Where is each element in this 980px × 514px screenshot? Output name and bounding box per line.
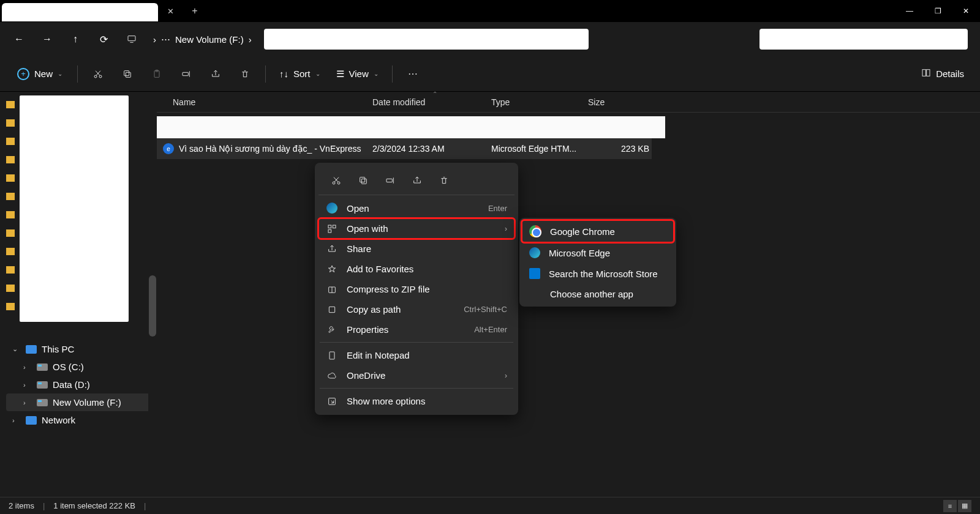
ctx-open-with[interactable]: Open with ›: [318, 218, 514, 239]
file-row-selected[interactable]: e Vì sao Hà Nội sương mù dày đặc_ - VnEx…: [157, 138, 652, 159]
ctx-copy-button[interactable]: [352, 170, 375, 191]
folder-icon: [6, 266, 15, 274]
sub-edge[interactable]: Microsoft Edge: [522, 242, 674, 263]
view-grid-button[interactable]: ▦: [958, 500, 971, 512]
drive-icon: [37, 381, 48, 389]
pc-icon: [26, 345, 37, 354]
folder-preview: [20, 95, 129, 322]
col-name[interactable]: Name: [157, 97, 372, 107]
tree-this-pc[interactable]: ⌄ This PC: [6, 340, 151, 358]
col-type[interactable]: Type: [491, 97, 588, 107]
ctx-label: Properties: [347, 324, 388, 335]
tree-drive-d[interactable]: › Data (D:): [6, 376, 151, 393]
share-button[interactable]: [203, 62, 228, 86]
ctx-label: Open: [347, 203, 369, 214]
svg-rect-24: [328, 229, 331, 233]
chevron-right-icon: ›: [249, 34, 252, 45]
ctx-rename-button[interactable]: [379, 170, 402, 191]
svg-point-3: [99, 75, 102, 78]
tree-drive-f[interactable]: › New Volume (F:): [6, 393, 151, 411]
svg-rect-22: [328, 225, 331, 228]
scrollbar-thumb[interactable]: [149, 275, 156, 337]
zip-icon: [326, 285, 338, 294]
back-button[interactable]: ←: [6, 27, 32, 51]
sub-store[interactable]: Search the Microsoft Store: [522, 263, 674, 284]
file-row-redacted[interactable]: [157, 116, 665, 138]
view-button[interactable]: ☰ View ⌄: [330, 65, 385, 83]
maximize-button[interactable]: ❐: [924, 0, 952, 22]
ctx-notepad[interactable]: Edit in Notepad: [318, 345, 514, 365]
scrollbar[interactable]: [148, 92, 157, 497]
more-icon[interactable]: ⋯: [161, 34, 170, 45]
cut-button[interactable]: [85, 62, 111, 86]
window-tab[interactable]: [2, 3, 158, 21]
ctx-open[interactable]: Open Enter: [318, 198, 514, 218]
tree-network[interactable]: › Network: [6, 411, 151, 429]
separator: |: [144, 501, 146, 510]
status-selection: 1 item selected 222 KB: [53, 501, 135, 510]
minimize-button[interactable]: —: [895, 0, 924, 22]
ctx-compress[interactable]: Compress to ZIP file: [318, 279, 514, 299]
details-label: Details: [936, 69, 964, 79]
separator: |: [43, 501, 45, 510]
drive-icon: [37, 363, 48, 371]
monitor-icon[interactable]: [119, 27, 145, 51]
refresh-button[interactable]: ⟳: [91, 27, 116, 51]
sidebar: ⌄ This PC › OS (C:) › Data (D:) › New Vo…: [0, 92, 157, 497]
ctx-more-options[interactable]: Show more options: [318, 391, 514, 411]
sub-label: Search the Microsoft Store: [549, 269, 658, 279]
sub-another-app[interactable]: Choose another app: [522, 284, 674, 304]
ctx-onedrive[interactable]: OneDrive ›: [318, 365, 514, 386]
tree-drive-c[interactable]: › OS (C:): [6, 358, 151, 376]
sub-label: Microsoft Edge: [549, 248, 610, 258]
svg-rect-6: [126, 72, 130, 77]
copy-button[interactable]: [115, 62, 140, 86]
col-date[interactable]: Date modified: [372, 97, 491, 107]
wrench-icon: [326, 325, 338, 335]
chrome-icon: [529, 225, 541, 237]
titlebar: ✕ + — ❐ ✕: [0, 0, 980, 22]
close-window-button[interactable]: ✕: [952, 0, 980, 22]
network-icon: [26, 416, 37, 425]
breadcrumb[interactable]: › ⋯ New Volume (F:) ›: [147, 34, 258, 45]
sort-button[interactable]: ↑↓ Sort ⌄: [273, 65, 326, 83]
sort-indicator-icon: ⌃: [432, 91, 437, 97]
more-button[interactable]: ⋯: [400, 62, 426, 86]
breadcrumb-location[interactable]: New Volume (F:): [175, 34, 244, 45]
close-tab-button[interactable]: ✕: [158, 0, 183, 22]
rename-button[interactable]: [173, 62, 199, 86]
folder-icon: [6, 229, 15, 237]
col-size[interactable]: Size: [588, 97, 655, 107]
new-button[interactable]: + New ⌄: [10, 64, 70, 84]
search-input[interactable]: [760, 29, 968, 50]
new-tab-button[interactable]: +: [183, 0, 207, 22]
ctx-properties[interactable]: Properties Alt+Enter: [318, 319, 514, 340]
view-list-button[interactable]: ≡: [943, 500, 957, 512]
ctx-delete-button[interactable]: [432, 170, 456, 191]
ctx-share-button[interactable]: [405, 170, 429, 191]
address-bar[interactable]: [264, 29, 589, 50]
ctx-favorites[interactable]: Add to Favorites: [318, 259, 514, 279]
forward-button[interactable]: →: [34, 27, 60, 51]
ctx-share[interactable]: Share: [318, 239, 514, 259]
svg-line-17: [334, 177, 338, 182]
star-icon: [326, 264, 338, 274]
svg-line-16: [334, 177, 339, 182]
up-button[interactable]: ↑: [62, 27, 88, 51]
paste-button[interactable]: [144, 62, 170, 86]
chevron-right-icon: ›: [23, 381, 32, 389]
sub-chrome[interactable]: Google Chrome: [522, 220, 674, 242]
svg-point-15: [337, 182, 340, 184]
details-button[interactable]: Details: [915, 64, 970, 83]
ctx-label: Compress to ZIP file: [347, 284, 430, 294]
view-label: View: [349, 69, 369, 79]
tree-label: Network: [42, 415, 75, 425]
tree-label: This PC: [42, 344, 74, 354]
ctx-cut-button[interactable]: [325, 170, 348, 191]
shortcut: Alt+Enter: [474, 325, 507, 334]
delete-button[interactable]: [232, 62, 258, 86]
ctx-copy-path[interactable]: Copy as path Ctrl+Shift+C: [318, 299, 514, 319]
toolbar: + New ⌄ ↑↓ Sort ⌄ ☰ View ⌄ ⋯ Details: [0, 56, 980, 92]
folder-icon: [6, 193, 15, 200]
shortcut: Enter: [488, 204, 507, 213]
